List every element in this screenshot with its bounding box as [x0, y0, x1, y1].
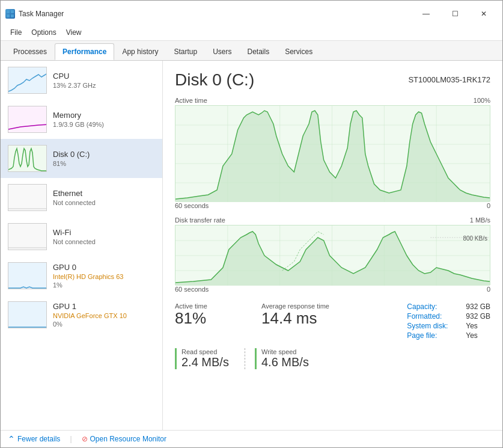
chart2-800kb: 800 KB/s [463, 235, 487, 242]
sidebar-item-disk0[interactable]: Disk 0 (C:) 81% [1, 139, 162, 178]
formatted-value: 932 GB [466, 312, 490, 321]
disk0-thumbnail [8, 145, 47, 172]
memory-name: Memory [53, 111, 155, 120]
page-file-value: Yes [466, 331, 478, 340]
memory-thumbnail [8, 106, 47, 133]
sidebar-item-wifi[interactable]: Wi-Fi Not connected [1, 217, 162, 256]
menu-bar: File Options View [1, 25, 502, 41]
fewer-details-link[interactable]: ⌃ Fewer details [8, 434, 60, 444]
page-file-label: Page file: [407, 331, 461, 340]
formatted-row: Formatted: 932 GB [407, 312, 490, 321]
page-file-row: Page file: Yes [407, 331, 490, 340]
read-speed-block: Read speed 2.4 MB/s [175, 348, 235, 369]
sidebar-item-gpu0[interactable]: GPU 0 Intel(R) HD Graphics 63 1% [1, 256, 162, 295]
open-monitor-label: Open Resource Monitor [90, 435, 166, 443]
tab-app-history[interactable]: App history [114, 43, 166, 60]
gpu1-detail-line2: 0% [53, 321, 155, 328]
svg-rect-7 [8, 185, 47, 211]
wifi-info: Wi-Fi Not connected [53, 228, 155, 245]
chart-transfer-rate: Disk transfer rate 1 MB/s [175, 216, 490, 293]
main-content: CPU 13% 2.37 GHz Memory 1.9/3.9 GB (49%) [1, 61, 502, 430]
menu-view[interactable]: View [61, 26, 87, 39]
svg-rect-5 [8, 106, 47, 133]
sidebar-item-cpu[interactable]: CPU 13% 2.37 GHz [1, 61, 162, 100]
chart1-time: 60 seconds [175, 202, 209, 209]
tab-processes[interactable]: Processes [5, 43, 55, 60]
svg-rect-3 [11, 14, 14, 17]
ethernet-thumbnail [8, 184, 47, 211]
detail-header: Disk 0 (C:) ST1000LM035-1RK172 [175, 70, 490, 90]
detail-title: Disk 0 (C:) [175, 70, 254, 90]
active-time-stat: Active time 81% [175, 302, 247, 327]
chart1-max: 100% [474, 97, 490, 104]
fewer-details-label: Fewer details [17, 435, 60, 443]
minimize-button[interactable]: — [412, 5, 440, 22]
window-title: Task Manager [19, 10, 64, 18]
ethernet-detail: Not connected [53, 199, 155, 206]
gpu1-info: GPU 1 NVIDIA GeForce GTX 10 0% [53, 302, 155, 328]
tab-users[interactable]: Users [205, 43, 239, 60]
chart1-footer: 60 seconds 0 [175, 202, 490, 209]
wifi-thumbnail [8, 223, 47, 250]
sidebar-item-gpu1[interactable]: GPU 1 NVIDIA GeForce GTX 10 0% [1, 295, 162, 334]
menu-options[interactable]: Options [26, 26, 61, 39]
ethernet-name: Ethernet [53, 189, 155, 198]
chart1-zero: 0 [487, 202, 490, 209]
gpu0-detail-line1: Intel(R) HD Graphics 63 [53, 273, 155, 280]
app-icon [5, 9, 15, 19]
read-speed-value: 2.4 MB/s [181, 355, 235, 369]
chart2-container: 800 KB/s [175, 225, 490, 285]
stats-row: Active time 81% Average response time 14… [175, 302, 490, 341]
wifi-name: Wi-Fi [53, 228, 155, 237]
system-disk-value: Yes [466, 322, 478, 330]
sidebar: CPU 13% 2.37 GHz Memory 1.9/3.9 GB (49%) [1, 61, 163, 430]
disk0-detail: 81% [53, 160, 155, 167]
disk0-info: Disk 0 (C:) 81% [53, 150, 155, 167]
detail-panel-wrapper: Disk 0 (C:) ST1000LM035-1RK172 Active ti… [163, 61, 502, 430]
task-manager-window: Task Manager — ☐ ✕ File Options View Pro… [0, 0, 503, 448]
capacity-label: Capacity: [407, 302, 461, 311]
sidebar-item-memory[interactable]: Memory 1.9/3.9 GB (49%) [1, 100, 162, 139]
cpu-thumbnail [8, 67, 47, 94]
tab-services[interactable]: Services [277, 43, 320, 60]
chevron-up-icon: ⌃ [8, 434, 15, 444]
svg-rect-9 [8, 224, 47, 250]
chart1-container [175, 105, 490, 201]
memory-info: Memory 1.9/3.9 GB (49%) [53, 111, 155, 128]
tab-bar: Processes Performance App history Startu… [1, 41, 502, 61]
chart-active-time: Active time 100% [175, 97, 490, 209]
svg-rect-0 [7, 10, 10, 13]
system-disk-label: System disk: [407, 322, 461, 330]
close-button[interactable]: ✕ [470, 5, 498, 22]
open-resource-monitor-link[interactable]: ⊘ Open Resource Monitor [82, 435, 166, 443]
detail-model: ST1000LM035-1RK172 [408, 75, 490, 84]
active-time-value: 81% [175, 310, 247, 327]
chart2-label-row: Disk transfer rate 1 MB/s [175, 216, 490, 224]
gpu0-thumbnail [8, 262, 47, 289]
gpu1-thumbnail [8, 301, 47, 328]
chart2-footer: 60 seconds 0 [175, 286, 490, 293]
cpu-detail: 13% 2.37 GHz [53, 82, 155, 89]
detail-panel: Disk 0 (C:) ST1000LM035-1RK172 Active ti… [163, 61, 502, 430]
footer-separator: | [70, 435, 72, 443]
svg-rect-1 [11, 10, 14, 13]
tab-performance[interactable]: Performance [55, 43, 114, 60]
gpu0-name: GPU 0 [53, 263, 155, 272]
memory-detail: 1.9/3.9 GB (49%) [53, 121, 155, 128]
chart2-label: Disk transfer rate [175, 216, 225, 224]
sidebar-item-ethernet[interactable]: Ethernet Not connected [1, 178, 162, 217]
gpu0-info: GPU 0 Intel(R) HD Graphics 63 1% [53, 263, 155, 289]
title-bar: Task Manager — ☐ ✕ [1, 1, 502, 25]
svg-rect-2 [7, 14, 10, 17]
read-speed-label: Read speed [181, 348, 235, 355]
capacity-value: 932 GB [466, 302, 490, 311]
footer: ⌃ Fewer details | ⊘ Open Resource Monito… [1, 430, 502, 447]
speed-separator [245, 348, 245, 369]
maximize-button[interactable]: ☐ [441, 5, 469, 22]
cpu-name: CPU [53, 72, 155, 81]
formatted-label: Formatted: [407, 312, 461, 321]
write-speed-label: Write speed [261, 348, 315, 355]
tab-details[interactable]: Details [239, 43, 277, 60]
menu-file[interactable]: File [5, 26, 26, 39]
tab-startup[interactable]: Startup [166, 43, 205, 60]
